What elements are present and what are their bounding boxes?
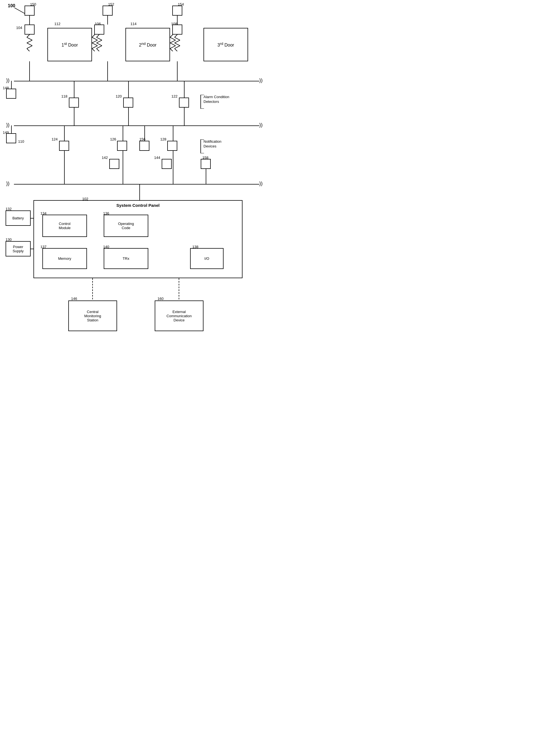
zigzag-door2-right [170,35,176,51]
line-v-156-bus3 [123,151,123,184]
sensor-104 [25,25,35,35]
operating-code-box: OperatingCode [104,215,148,237]
ref-144: 144 [154,156,160,160]
ref-122: 122 [171,94,178,98]
ref-142: 142 [102,156,108,160]
ref-146: 146 [71,297,77,301]
cms-label: CentralMonitoringStation [84,310,101,322]
control-module-box: ControlModule [42,215,87,237]
notification-devices-label: NotificationDevices [203,139,254,149]
trx-label: TRx [123,256,129,261]
dashed-line-ecd [178,278,180,300]
ref-110: 110 [18,139,24,144]
bus-line-2 [14,125,259,126]
squig-right-3: )) [259,181,263,186]
ref-148: 148 [3,86,9,90]
sensor-149 [6,133,16,143]
ref-138: 138 [192,245,198,249]
ref-120: 120 [116,94,122,98]
memory-label: Memory [58,256,71,261]
ref-128: 128 [160,137,166,141]
notif-128 [167,141,177,151]
line-v-122 [184,81,185,98]
ref-108: 108 [171,22,177,26]
brace-alarm [200,95,204,109]
line-v-120-bus2 [128,108,129,125]
panel-title: System Control Panel [116,203,159,208]
bus-line-3 [14,184,259,185]
sensor-108 [172,25,182,35]
ref-118: 118 [61,94,67,98]
ref-149: 149 [3,130,9,135]
io-box: I/O [190,248,224,269]
line-v-118-bus2 [74,108,74,125]
line-v-128-bus3 [173,151,173,184]
line-148-bus [11,81,12,89]
line-v-156 [144,125,145,141]
notif-156 [139,141,149,151]
line-battery-panel [31,218,34,219]
line-v-122-bus2 [184,108,185,125]
line-v-124 [64,125,65,141]
ref-102: 102 [82,197,88,201]
battery-label: Battery [12,216,24,220]
notif-124 [59,141,69,151]
line-154-108 [177,16,178,25]
door-3: 3rd Door [203,28,248,61]
ref-114: 114 [130,22,137,26]
ref-106: 106 [95,22,101,26]
io-label: I/O [204,256,209,261]
line-v-col2-bus1 [107,61,108,81]
ecd-label: ExternalCommunicationDevice [166,310,191,322]
zigzag-104 [27,35,32,51]
ecd-box: ExternalCommunicationDevice [155,300,203,331]
notif-142 [109,159,119,169]
line-v-col3-bus1 [177,61,178,81]
trx-box: TRx [104,248,148,269]
dashed-line-cms [92,278,93,300]
line-v-158-bus3 [206,169,206,184]
squig-left-2: )) [6,122,9,128]
squig-right-1: )) [259,77,263,83]
system-control-panel: System Control Panel ControlModule Opera… [33,200,243,278]
ref-160: 160 [157,297,164,301]
power-supply-box: PowerSupply [6,241,31,256]
battery-box: Battery [6,210,31,226]
line-152-106 [107,16,108,25]
line-v-118 [74,81,74,98]
bus-line-1 [14,81,259,81]
line-v-col1-bus1 [29,61,30,81]
squig-left-1: )) [6,77,9,83]
detector-120 [123,98,133,108]
ref-124: 124 [52,137,58,141]
ref-130: 130 [6,237,12,242]
line-149-bus [11,125,12,133]
ref-134: 134 [40,211,47,215]
operating-code-label: OperatingCode [118,222,134,230]
sensor-154 [172,6,182,16]
notif-158 [201,159,211,169]
line-ps-panel [31,249,34,249]
ref-132: 132 [6,207,12,211]
main-diagram: 100 150 152 154 104 106 108 112 114 116 [0,0,280,369]
door-1: 1st Door [47,28,92,61]
sensor-148 [6,89,16,99]
zigzag-door1-right [92,35,98,51]
squig-right-2: )) [259,122,263,128]
door-2: 2nd Door [125,28,170,61]
ref-154: 154 [178,2,184,6]
detector-118 [69,98,79,108]
line-v-126 [123,125,123,141]
notif-144 [162,159,172,169]
line-v-120 [128,81,129,98]
ref-136: 136 [103,211,109,215]
line-v-128 [173,125,173,141]
line-v-124-bus3 [64,151,65,184]
ref-150: 150 [30,2,36,6]
ref-152: 152 [108,2,114,6]
memory-box: Memory [42,248,87,269]
squig-left-3: )) [6,181,9,186]
ref-140: 140 [103,245,109,249]
sensor-150 [25,6,35,16]
ref-137: 137 [40,245,47,249]
